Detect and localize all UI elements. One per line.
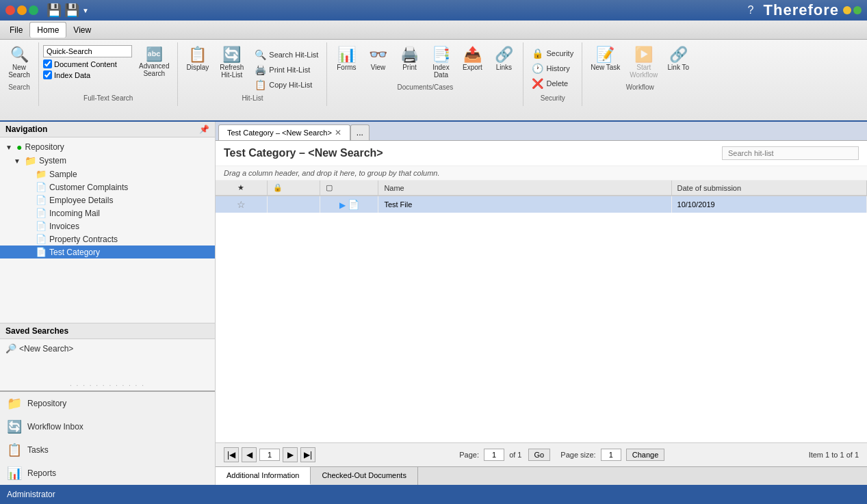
- display-button[interactable]: 📋 Display: [182, 45, 213, 73]
- forms-button[interactable]: 📊 Forms: [331, 45, 361, 73]
- go-button[interactable]: Go: [528, 449, 551, 461]
- copy-hitlist-button[interactable]: 📋 Copy Hit-List: [250, 78, 322, 92]
- menu-view[interactable]: View: [66, 23, 98, 38]
- view-button[interactable]: 👓 View: [363, 45, 393, 73]
- tree-sample[interactable]: 📁 Sample: [0, 168, 215, 181]
- menu-home[interactable]: Home: [29, 22, 66, 38]
- cell-lock: [267, 196, 320, 213]
- sidebar: Navigation 📌 ▼ ● Repository ▼ 📁 System 📁…: [0, 122, 216, 485]
- index-data-checkbox[interactable]: [43, 70, 52, 79]
- history-icon: 🕐: [532, 63, 543, 74]
- ribbon: 🔍 NewSearch Search Document Content Inde…: [0, 40, 867, 122]
- copy-hitlist-icon: 📋: [255, 79, 266, 90]
- menu-file[interactable]: File: [3, 23, 29, 38]
- main-tab[interactable]: Test Category – <New Search> ✕: [218, 124, 350, 140]
- index-data-button[interactable]: 📑 IndexData: [426, 45, 456, 81]
- tab-additional-info[interactable]: Additional Information: [216, 467, 311, 485]
- delete-icon: ❌: [532, 78, 543, 89]
- tree-invoices[interactable]: 📄 Invoices: [0, 220, 215, 233]
- security-group-label: Security: [528, 93, 578, 103]
- pagination-controls: |◀ ◀ ▶ ▶|: [224, 447, 315, 462]
- first-page-button[interactable]: |◀: [224, 447, 239, 462]
- close-button[interactable]: [5, 5, 15, 15]
- page-size-input[interactable]: [601, 449, 621, 461]
- forms-label: Forms: [337, 64, 356, 71]
- page-input[interactable]: [484, 449, 504, 461]
- tab-label: Test Category – <New Search>: [227, 129, 332, 137]
- saved-searches-tree: 🔎 <New Search>: [0, 339, 215, 380]
- nav-tasks[interactable]: 📋 Tasks: [0, 438, 215, 462]
- search-hitlist-icon: 🔍: [255, 49, 266, 60]
- pc-page-icon: 📄: [36, 234, 47, 244]
- security-icon: 🔒: [532, 48, 543, 59]
- history-button[interactable]: 🕐 History: [528, 62, 578, 75]
- tree-customer-complaints[interactable]: 📄 Customer Complaints: [0, 181, 215, 194]
- new-search-saved-icon: 🔎: [5, 343, 16, 354]
- tree-incoming-mail[interactable]: 📄 Incoming Mail: [0, 207, 215, 220]
- tab-bar: Test Category – <New Search> ✕ ...: [216, 122, 867, 141]
- minimize-button[interactable]: [17, 5, 27, 15]
- view-label: View: [371, 64, 386, 71]
- col-lock-header[interactable]: 🔒: [267, 181, 320, 196]
- refresh-hitlist-button[interactable]: 🔄 RefreshHit-List: [216, 45, 248, 81]
- links-icon: 🔗: [495, 47, 513, 62]
- delete-button[interactable]: ❌ Delete: [528, 77, 578, 90]
- new-task-icon: 📝: [596, 47, 614, 62]
- help-button[interactable]: ?: [748, 4, 754, 16]
- system-expand-icon: ▼: [14, 157, 22, 165]
- tab-checked-out[interactable]: Checked-Out Documents: [311, 467, 418, 485]
- cell-star: ☆: [216, 196, 267, 213]
- table-body: ☆ ▶ 📄 Test File 10/10/2019: [216, 196, 867, 213]
- link-to-button[interactable]: 🔗 Link To: [663, 45, 693, 73]
- pagination-bar: |◀ ◀ ▶ ▶| Page: of 1 Go Page size: Chang…: [216, 442, 867, 466]
- col-type-header[interactable]: ▢: [320, 181, 378, 196]
- title-bar-left: 💾 💾 ▼: [5, 3, 89, 18]
- tree-property-contracts[interactable]: 📄 Property Contracts: [0, 233, 215, 246]
- search-hitlist-button[interactable]: 🔍 Search Hit-List: [250, 48, 322, 62]
- next-page-button[interactable]: ▶: [283, 447, 298, 462]
- col-name-header[interactable]: Name: [378, 181, 671, 196]
- page-number-input[interactable]: [259, 449, 280, 461]
- search-hitlist-input[interactable]: [722, 146, 859, 160]
- tree-test-category[interactable]: 📄 Test Category: [0, 246, 215, 258]
- tab-more-button[interactable]: ...: [350, 124, 370, 140]
- sidebar-header: Navigation 📌: [0, 122, 215, 137]
- cell-name: Test File: [378, 196, 671, 213]
- advanced-search-button[interactable]: 🔤 AdvancedSearch: [135, 45, 173, 79]
- nav-reports[interactable]: 📊 Reports: [0, 462, 215, 485]
- tree-new-search[interactable]: 🔎 <New Search>: [0, 342, 215, 355]
- last-page-button[interactable]: ▶|: [300, 447, 315, 462]
- page-info: Page: of 1 Go Page size: Change: [459, 449, 664, 461]
- nav-repository[interactable]: 📁 Repository: [0, 392, 215, 415]
- page-size-label: Page size:: [560, 451, 595, 459]
- security-button[interactable]: 🔒 Security: [528, 47, 578, 60]
- doc-content-checkbox[interactable]: [43, 59, 52, 68]
- tree-employee-details[interactable]: 📄 Employee Details: [0, 194, 215, 207]
- links-button[interactable]: 🔗 Links: [489, 45, 519, 73]
- pin-icon[interactable]: 📌: [199, 124, 209, 134]
- tab-close-button[interactable]: ✕: [335, 128, 341, 137]
- tree-repository[interactable]: ▼ ● Repository: [0, 140, 215, 154]
- link-to-icon: 🔗: [669, 47, 688, 62]
- export-button[interactable]: 📤 Export: [457, 45, 487, 73]
- repository-nav-label: Repository: [27, 399, 66, 408]
- maximize-button[interactable]: [29, 5, 38, 15]
- col-date-header[interactable]: Date of submission: [671, 181, 866, 196]
- change-button[interactable]: Change: [626, 449, 665, 461]
- table-row[interactable]: ☆ ▶ 📄 Test File 10/10/2019: [216, 196, 867, 213]
- print-hitlist-button[interactable]: 🖨️ Print Hit-List: [250, 63, 322, 77]
- new-search-button[interactable]: 🔍 NewSearch: [4, 45, 34, 81]
- col-star-header[interactable]: ★: [216, 181, 267, 196]
- sidebar-dots-separator: · · · · · · · · · · · ·: [0, 380, 215, 390]
- prev-page-button[interactable]: ◀: [242, 447, 257, 462]
- print-label: Print: [402, 64, 417, 71]
- tree-system[interactable]: ▼ 📁 System: [0, 154, 215, 168]
- nav-workflow-inbox[interactable]: 🔄 Workflow Inbox: [0, 415, 215, 438]
- menu-bar: File Home View: [0, 21, 867, 40]
- inv-page-icon: 📄: [36, 221, 47, 231]
- new-search-label: NewSearch: [8, 64, 30, 79]
- quick-search-input[interactable]: [43, 45, 132, 57]
- print-button[interactable]: 🖨️ Print: [394, 45, 424, 73]
- new-task-button[interactable]: 📝 New Task: [586, 45, 624, 73]
- incoming-mail-label: Incoming Mail: [49, 209, 100, 218]
